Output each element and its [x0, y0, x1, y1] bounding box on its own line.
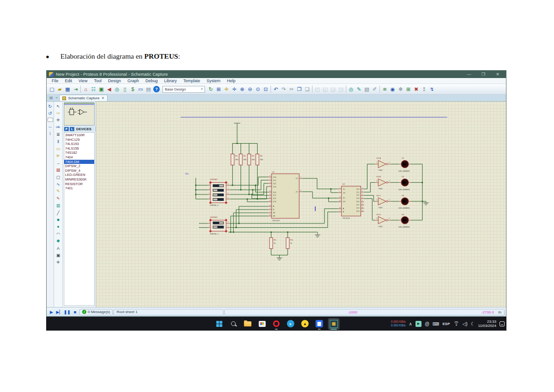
separator[interactable] — [312, 85, 313, 93]
device-item[interactable]: 74HC125 — [64, 138, 94, 142]
component-dipsw1[interactable]: DIPSW1 DIPSW_4 1 2 3 4 8 7 6 5 — [209, 178, 229, 206]
device-item[interactable]: 74LS155 — [64, 146, 94, 151]
search-icon[interactable]: ◎ — [347, 85, 355, 93]
cut-icon[interactable]: ✂ — [288, 85, 295, 93]
zoom-in-icon[interactable]: ⊕ — [238, 85, 246, 93]
taskbar-proteus[interactable] — [328, 318, 339, 330]
menu-item[interactable]: Graph — [124, 78, 142, 83]
taskbar-opera[interactable] — [271, 318, 282, 330]
redraw-icon[interactable]: ↻ — [207, 85, 215, 93]
ic-view-icon[interactable]: ▯ — [121, 85, 129, 93]
device-item[interactable]: 74S182 — [64, 151, 94, 155]
2d-arc-icon[interactable]: ◠ — [54, 230, 62, 237]
mirror-v-icon[interactable]: ↕ — [49, 131, 51, 136]
tape-recorder-icon[interactable]: ▢ — [54, 174, 62, 181]
open-folder-icon[interactable]: ▰ — [56, 85, 64, 93]
device-item[interactable]: 7404 — [64, 155, 94, 160]
tray-keyboard-icon[interactable]: ⌨ — [433, 321, 439, 326]
rotate-cw-icon[interactable]: ↻ — [48, 104, 52, 109]
design-explorer-icon[interactable]: ▧ — [363, 85, 371, 93]
separator[interactable] — [271, 85, 271, 93]
design-selector[interactable]: Base Design ▾ — [163, 86, 205, 93]
sound-icon[interactable]: ◀ — [105, 85, 113, 93]
selection-mode-icon[interactable]: ↖ — [54, 103, 62, 109]
device-item[interactable]: 3WATT100R — [64, 133, 94, 138]
title-bar[interactable]: New Project - Proteus 8 Professional - S… — [47, 71, 506, 78]
ruler-icon[interactable]: ▭ — [137, 85, 145, 93]
component-mode-icon[interactable]: ⇨ — [54, 109, 62, 116]
block-delete-icon[interactable]: ◳ — [337, 85, 345, 93]
taskbar-telegram[interactable]: ▸ — [285, 318, 296, 330]
2d-line-icon[interactable]: ╱ — [54, 209, 62, 216]
graph-mode-icon[interactable]: ▧ — [54, 167, 62, 174]
component-leds[interactable]: D1LED-GREEN D2LED-GREEN D3LED-GREEN D4LE… — [398, 157, 409, 228]
start-button[interactable] — [213, 318, 225, 330]
property-tool-icon[interactable]: ✻ — [397, 85, 404, 93]
buses-icon[interactable]: ‖ — [54, 138, 62, 145]
taskbar-file-explorer[interactable] — [242, 318, 253, 330]
template-icon[interactable]: ☷ — [90, 85, 97, 93]
notification-icon[interactable] — [500, 321, 505, 326]
2d-symbol-icon[interactable]: ▣ — [54, 252, 62, 259]
power-ground-symbols[interactable] — [234, 123, 429, 260]
separator[interactable] — [346, 85, 346, 93]
tray-chevron-up-icon[interactable]: ∧ — [409, 321, 412, 326]
2d-circle-icon[interactable]: ● — [54, 223, 62, 230]
language-indicator[interactable]: ESP — [443, 322, 450, 326]
undo-icon[interactable]: ↶ — [272, 85, 280, 93]
volume-icon[interactable]: ◁) — [463, 321, 468, 326]
block-rotate-icon[interactable]: ◲ — [329, 85, 337, 93]
step-button[interactable]: ▶▏ — [56, 309, 63, 315]
minimize-button[interactable]: — — [463, 72, 475, 77]
bom-icon[interactable]: $ — [129, 85, 137, 93]
generator-icon[interactable]: ∿ — [54, 181, 62, 187]
component-u1[interactable]: U1 74LS153 1C0 1C1 1C2 1C3 2C0 2C1 2C2 2… — [269, 171, 301, 222]
device-item[interactable]: DIPSW_2 — [64, 164, 94, 169]
menu-item[interactable]: Template — [180, 78, 204, 83]
tab-close-icon[interactable]: ✕ — [101, 96, 104, 100]
device-item[interactable]: DIPSW_4 — [64, 169, 94, 173]
2d-box-icon[interactable]: ■ — [54, 216, 62, 223]
voltage-probe-icon[interactable]: ✎ — [54, 188, 62, 195]
device-item[interactable]: 7401 — [64, 186, 94, 191]
menu-item[interactable]: Edit — [62, 78, 76, 83]
electrical-check-icon[interactable]: ↯ — [428, 85, 436, 93]
component-u2[interactable]: U2 74LS155 1C 1G 2C 2G A B 1 2 15 14 13 … — [339, 183, 363, 219]
junction-dot-icon[interactable]: ✛ — [54, 117, 62, 124]
new-file-icon[interactable]: ▢ — [48, 85, 56, 93]
wifi-icon[interactable] — [453, 321, 459, 326]
help-icon[interactable]: ? — [153, 86, 160, 92]
separator[interactable] — [379, 85, 380, 93]
menu-item[interactable]: Help — [224, 78, 239, 83]
import-icon[interactable]: ⇥ — [72, 85, 79, 93]
menu-item[interactable]: Tool — [90, 78, 105, 83]
pause-button[interactable]: ❚❚ — [64, 309, 71, 315]
find-part-icon[interactable]: ◎ — [113, 85, 121, 93]
block-copy-icon[interactable]: ◰ — [313, 85, 321, 93]
device-pin-icon[interactable]: → — [54, 159, 62, 166]
tab-schematic-capture[interactable]: Schematic Capture ✕ — [59, 95, 108, 101]
terminal-icon[interactable]: ⊳ — [54, 152, 62, 159]
stop-button[interactable]: ■ — [72, 309, 78, 315]
component-r5-r6[interactable]: R51k R61k — [270, 238, 293, 249]
library-manager-button[interactable]: L — [70, 127, 74, 131]
pick-devices-button[interactable]: P — [64, 127, 69, 131]
subcircuit-icon[interactable]: ▭ — [54, 145, 62, 152]
taskbar-search[interactable] — [228, 318, 239, 330]
component-chip-icon[interactable]: ▣ — [97, 85, 105, 93]
2d-path-icon[interactable]: ✱ — [54, 237, 62, 244]
goto-sheet-icon[interactable]: ↥ — [420, 85, 428, 93]
property-assign-icon[interactable]: ✎ — [355, 85, 363, 93]
rotate-ccw-icon[interactable]: ↺ — [48, 111, 52, 116]
current-probe-icon[interactable]: ✎ — [54, 195, 62, 202]
device-item[interactable]: 74LS153 — [64, 142, 94, 146]
menu-item[interactable]: View — [75, 78, 90, 83]
menu-item[interactable]: Library — [161, 78, 180, 83]
2d-text-icon[interactable]: A — [54, 245, 62, 252]
separator[interactable] — [80, 85, 81, 93]
wrench-icon[interactable]: ✐ — [371, 85, 379, 93]
remove-sheet-icon[interactable]: ✖ — [412, 85, 420, 93]
redo-icon[interactable]: ↷ — [280, 85, 288, 93]
overview-window[interactable] — [64, 103, 95, 126]
menu-item[interactable]: Design — [105, 78, 124, 83]
